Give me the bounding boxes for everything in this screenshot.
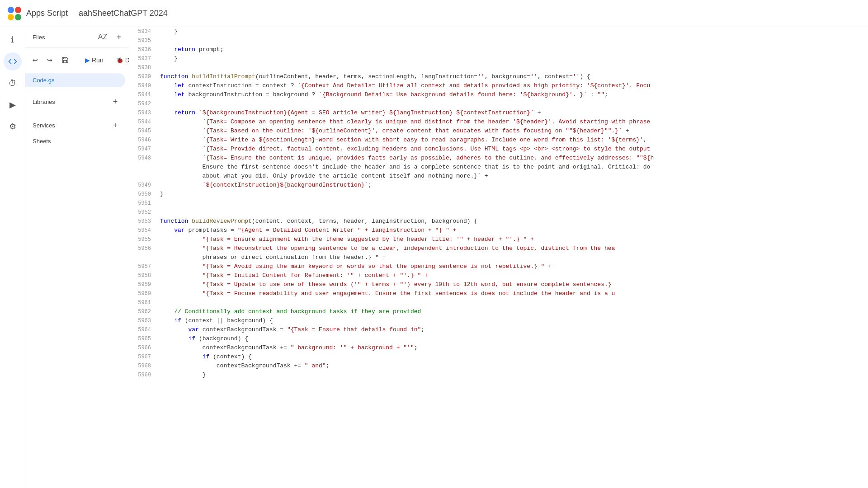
sidebar-icon-triggers[interactable]: ⏱: [4, 74, 22, 92]
table-row: 5965 if (background) {: [129, 334, 868, 343]
line-content: if (context || background) {: [156, 316, 868, 325]
line-number: 5944: [129, 117, 156, 127]
line-number: 5964: [129, 325, 156, 334]
edit-toolbar: ↩ ↪ ▶ Run 🐞 Debug AI_Local ▼ Execution l…: [25, 47, 129, 73]
line-content: if (context) {: [156, 352, 868, 361]
run-label: Run: [92, 56, 104, 64]
line-content: `{Task= Compose an opening sentence that…: [156, 117, 868, 127]
code-editor[interactable]: 5934 } 5935 5936 return prompt; 5937 } 5…: [129, 27, 868, 488]
sort-files-button[interactable]: AZ: [96, 31, 109, 43]
libraries-section: Libraries +: [25, 91, 129, 111]
table-row: 5936 return prompt;: [129, 45, 868, 54]
line-number: 5939: [129, 72, 156, 81]
line-content: if (background) {: [156, 334, 868, 343]
line-content: "{Task = Update to use one of these word…: [156, 280, 868, 289]
line-number: 5935: [129, 36, 156, 45]
file-item-code-gs[interactable]: Code.gs: [25, 73, 125, 87]
svg-point-0: [8, 7, 14, 13]
debug-button[interactable]: 🐞 Debug: [111, 54, 129, 66]
line-number: 5956: [129, 244, 156, 262]
table-row: 5947 `{Task= Provide direct, factual con…: [129, 145, 868, 154]
sidebar-icon-info[interactable]: ℹ: [4, 31, 22, 49]
sidebar-icon-settings[interactable]: ⚙: [4, 117, 22, 136]
line-content: "{Task = Initial Content for Refinement:…: [156, 271, 868, 280]
line-number: 5965: [129, 334, 156, 343]
table-row: 5969 }: [129, 371, 868, 380]
topbar: Apps Script aahSheetChatGPT 2024: [0, 0, 868, 27]
redo-button[interactable]: ↪: [43, 55, 56, 66]
line-number: 5948: [129, 154, 156, 181]
table-row: 5946 `{Task= Write a ${sectionLength}-wo…: [129, 136, 868, 145]
line-number: 5934: [129, 27, 156, 36]
table-row: 5951: [129, 199, 868, 208]
table-row: 5960 "{Task = Focuse readability and use…: [129, 289, 868, 298]
line-number: 5945: [129, 127, 156, 136]
line-number: 5969: [129, 371, 156, 380]
sidebar-icon-executions[interactable]: ▶: [4, 96, 22, 114]
table-row: 5953 function buildReviewPrompt(content,…: [129, 217, 868, 226]
line-number: 5963: [129, 316, 156, 325]
table-row: 5945 `{Task= Based on the outline: '${ou…: [129, 127, 868, 136]
table-row: 5957 "{Task = Avoid using the main keywo…: [129, 262, 868, 271]
table-row: 5964 var contextBackgroundTask = "{Task …: [129, 325, 868, 334]
line-content: [156, 199, 868, 208]
line-number: 5954: [129, 226, 156, 235]
add-library-button[interactable]: +: [109, 95, 122, 108]
logo-area: Apps Script: [7, 6, 68, 21]
table-row: 5968 contextBackgroundTask += " and";: [129, 361, 868, 371]
line-number: 5962: [129, 307, 156, 316]
table-row: 5967 if (context) {: [129, 352, 868, 361]
libraries-label: Libraries: [33, 99, 55, 105]
line-content: `{Task= Write a ${sectionLength}-word se…: [156, 136, 868, 145]
line-number: 5952: [129, 208, 156, 217]
line-number: 5960: [129, 289, 156, 298]
line-content: }: [156, 27, 868, 36]
table-row: 5954 var promptTasks = "{Agent = Detaile…: [129, 226, 868, 235]
line-content: [156, 298, 868, 307]
table-row: 5963 if (context || background) {: [129, 316, 868, 325]
line-number: 5953: [129, 217, 156, 226]
line-content: function buildReviewPrompt(content, cont…: [156, 217, 868, 226]
line-content: let backgroundInstruction = background ?…: [156, 90, 868, 99]
line-number: 5961: [129, 298, 156, 307]
table-row: 5950 }: [129, 190, 868, 199]
table-row: 5958 "{Task = Initial Content for Refine…: [129, 271, 868, 280]
line-number: 5937: [129, 54, 156, 63]
debug-label: Debug: [125, 56, 129, 64]
line-number: 5942: [129, 99, 156, 108]
table-row: 5940 let contextInstruction = context ? …: [129, 81, 868, 90]
add-file-button[interactable]: +: [113, 31, 125, 43]
table-row: 5934 }: [129, 27, 868, 36]
project-title: aahSheetChatGPT 2024: [79, 9, 168, 18]
table-row: 5942: [129, 99, 868, 108]
line-number: 5957: [129, 262, 156, 271]
line-content: "{Task = Focuse readability and user eng…: [156, 289, 868, 298]
line-number: 5966: [129, 343, 156, 352]
line-content: let contextInstruction = context ? `{Con…: [156, 81, 868, 90]
table-row: 5938: [129, 63, 868, 72]
line-content: [156, 99, 868, 108]
line-content: }: [156, 190, 868, 199]
line-content: var promptTasks = "{Agent = Detailed Con…: [156, 226, 868, 235]
run-button[interactable]: ▶ Run: [80, 54, 109, 66]
table-row: 5948 `{Task= Ensure the content is uniqu…: [129, 154, 868, 181]
app-title: Apps Script: [26, 9, 68, 18]
file-item-sheets[interactable]: Sheets: [25, 134, 125, 148]
line-number: 5950: [129, 190, 156, 199]
undo-button[interactable]: ↩: [29, 55, 42, 66]
save-button[interactable]: [58, 55, 72, 66]
files-toolbar: Files AZ +: [25, 27, 129, 47]
line-content: "{Task = Reconstruct the opening sentenc…: [156, 244, 868, 262]
line-content: `{Task= Provide direct, factual content,…: [156, 145, 868, 154]
files-panel: Files AZ + ↩ ↪ ▶ Run 🐞 Debug AI_Local ▼: [25, 27, 129, 488]
table-row: 5937 }: [129, 54, 868, 63]
services-label: Services: [33, 122, 55, 129]
line-content: "{Task = Avoid using the main keyword or…: [156, 262, 868, 271]
add-service-button[interactable]: +: [109, 119, 122, 131]
services-section: Services +: [25, 114, 129, 134]
svg-point-1: [15, 7, 21, 13]
line-number: 5947: [129, 145, 156, 154]
table-row: 5941 let backgroundInstruction = backgro…: [129, 90, 868, 99]
line-number: 5941: [129, 90, 156, 99]
sidebar-icon-editor[interactable]: [4, 52, 22, 70]
